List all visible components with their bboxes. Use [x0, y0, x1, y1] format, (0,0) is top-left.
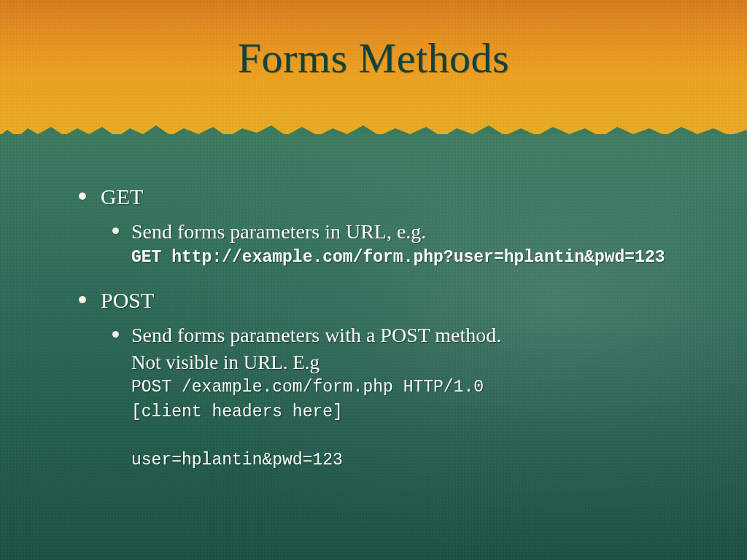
- bullet-get: GET Send forms parameters in URL, e.g. G…: [79, 182, 703, 270]
- bullet-get-sub: Send forms parameters in URL, e.g. GET h…: [101, 218, 703, 270]
- bullet-get-sub-text: Send forms parameters in URL, e.g.: [131, 220, 426, 243]
- slide-title: Forms Methods: [0, 34, 747, 82]
- bullet-post-note: Not visible in URL. E.g: [131, 349, 703, 376]
- bullet-get-code: GET http://example.com/form.php?user=hpl…: [131, 246, 703, 270]
- bullet-post-code: POST /example.com/form.php HTTP/1.0 [cli…: [131, 376, 703, 472]
- bullet-get-label: GET: [101, 184, 143, 209]
- bullet-post: POST Send forms parameters with a POST m…: [79, 286, 703, 473]
- bullet-post-sub: Send forms parameters with a POST method…: [101, 322, 703, 473]
- slide-header-band: Forms Methods: [0, 0, 747, 139]
- slide-content: GET Send forms parameters in URL, e.g. G…: [79, 182, 703, 489]
- bullet-post-sub-text: Send forms parameters with a POST method…: [131, 324, 501, 346]
- bullet-post-label: POST: [101, 288, 154, 312]
